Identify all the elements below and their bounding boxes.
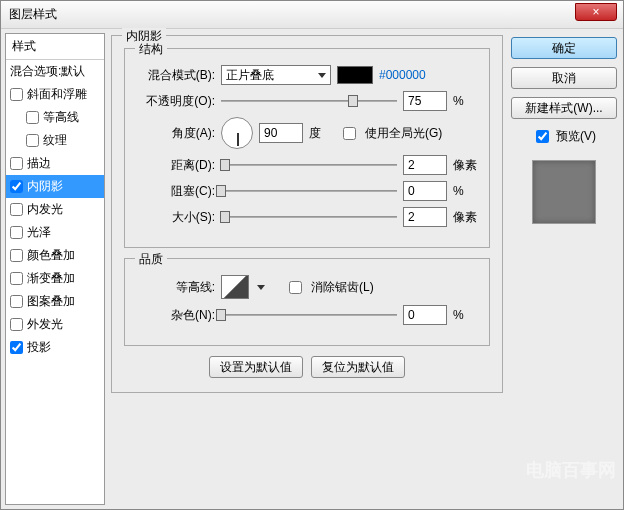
style-item[interactable]: 纹理 bbox=[6, 129, 104, 152]
style-item-label: 投影 bbox=[27, 339, 51, 356]
style-item[interactable]: 图案叠加 bbox=[6, 290, 104, 313]
style-item[interactable]: 内阴影 bbox=[6, 175, 104, 198]
chevron-down-icon bbox=[318, 73, 326, 78]
layer-style-dialog: 图层样式 × 样式 混合选项:默认 斜面和浮雕等高线纹理描边内阴影内发光光泽颜色… bbox=[0, 0, 624, 510]
titlebar: 图层样式 × bbox=[1, 1, 623, 29]
style-item-checkbox[interactable] bbox=[10, 341, 23, 354]
style-item-checkbox[interactable] bbox=[10, 295, 23, 308]
chevron-down-icon[interactable] bbox=[257, 285, 265, 290]
opacity-label: 不透明度(O): bbox=[137, 93, 215, 110]
preview-thumbnail bbox=[532, 160, 596, 224]
antialias-label: 消除锯齿(L) bbox=[311, 279, 374, 296]
style-item-label: 颜色叠加 bbox=[27, 247, 75, 264]
style-item-label: 图案叠加 bbox=[27, 293, 75, 310]
style-item-label: 光泽 bbox=[27, 224, 51, 241]
style-item-label: 内发光 bbox=[27, 201, 63, 218]
choke-label: 阻塞(C): bbox=[137, 183, 215, 200]
close-button[interactable]: × bbox=[575, 3, 617, 21]
global-light-checkbox[interactable] bbox=[343, 127, 356, 140]
style-item[interactable]: 等高线 bbox=[6, 106, 104, 129]
noise-label: 杂色(N): bbox=[137, 307, 215, 324]
style-item[interactable]: 描边 bbox=[6, 152, 104, 175]
style-list: 样式 混合选项:默认 斜面和浮雕等高线纹理描边内阴影内发光光泽颜色叠加渐变叠加图… bbox=[5, 33, 105, 505]
style-item-label: 描边 bbox=[27, 155, 51, 172]
global-light-label: 使用全局光(G) bbox=[365, 125, 442, 142]
color-swatch[interactable] bbox=[337, 66, 373, 84]
noise-input[interactable]: 0 bbox=[403, 305, 447, 325]
noise-slider[interactable] bbox=[221, 307, 397, 323]
distance-label: 距离(D): bbox=[137, 157, 215, 174]
choke-slider[interactable] bbox=[221, 183, 397, 199]
style-item-label: 纹理 bbox=[43, 132, 67, 149]
style-item-checkbox[interactable] bbox=[10, 157, 23, 170]
contour-picker[interactable] bbox=[221, 275, 249, 299]
style-item-checkbox[interactable] bbox=[26, 134, 39, 147]
distance-input[interactable]: 2 bbox=[403, 155, 447, 175]
style-item-checkbox[interactable] bbox=[26, 111, 39, 124]
style-item-checkbox[interactable] bbox=[10, 272, 23, 285]
blending-options-row[interactable]: 混合选项:默认 bbox=[6, 60, 104, 83]
style-item-label: 斜面和浮雕 bbox=[27, 86, 87, 103]
reset-default-button[interactable]: 复位为默认值 bbox=[311, 356, 405, 378]
window-title: 图层样式 bbox=[5, 6, 57, 23]
new-style-button[interactable]: 新建样式(W)... bbox=[511, 97, 617, 119]
size-slider[interactable] bbox=[221, 209, 397, 225]
ok-button[interactable]: 确定 bbox=[511, 37, 617, 59]
antialias-checkbox[interactable] bbox=[289, 281, 302, 294]
style-list-header: 样式 bbox=[6, 34, 104, 60]
contour-label: 等高线: bbox=[137, 279, 215, 296]
right-panel: 确定 取消 新建样式(W)... 预览(V) bbox=[509, 33, 619, 505]
opacity-input[interactable]: 75 bbox=[403, 91, 447, 111]
style-item-checkbox[interactable] bbox=[10, 203, 23, 216]
angle-dial[interactable] bbox=[221, 117, 253, 149]
quality-group: 品质 等高线: 消除锯齿(L) 杂色(N): 0 % bbox=[124, 258, 490, 346]
style-item[interactable]: 颜色叠加 bbox=[6, 244, 104, 267]
style-item-label: 外发光 bbox=[27, 316, 63, 333]
angle-label: 角度(A): bbox=[137, 125, 215, 142]
blend-mode-select[interactable]: 正片叠底 bbox=[221, 65, 331, 85]
style-item[interactable]: 斜面和浮雕 bbox=[6, 83, 104, 106]
size-input[interactable]: 2 bbox=[403, 207, 447, 227]
preview-checkbox[interactable] bbox=[536, 130, 549, 143]
style-item-label: 渐变叠加 bbox=[27, 270, 75, 287]
style-item-checkbox[interactable] bbox=[10, 249, 23, 262]
blend-mode-label: 混合模式(B): bbox=[137, 67, 215, 84]
color-hex: #000000 bbox=[379, 68, 426, 82]
cancel-button[interactable]: 取消 bbox=[511, 67, 617, 89]
style-item[interactable]: 渐变叠加 bbox=[6, 267, 104, 290]
style-item-checkbox[interactable] bbox=[10, 88, 23, 101]
style-item-label: 内阴影 bbox=[27, 178, 63, 195]
distance-slider[interactable] bbox=[221, 157, 397, 173]
quality-legend: 品质 bbox=[135, 251, 167, 268]
style-item-label: 等高线 bbox=[43, 109, 79, 126]
style-item[interactable]: 光泽 bbox=[6, 221, 104, 244]
structure-legend: 结构 bbox=[135, 41, 167, 58]
angle-input[interactable]: 90 bbox=[259, 123, 303, 143]
settings-panel: 内阴影 结构 混合模式(B): 正片叠底 #000000 不透明度(O): bbox=[111, 33, 503, 505]
style-item-checkbox[interactable] bbox=[10, 226, 23, 239]
inner-shadow-group: 内阴影 结构 混合模式(B): 正片叠底 #000000 不透明度(O): bbox=[111, 35, 503, 393]
structure-group: 结构 混合模式(B): 正片叠底 #000000 不透明度(O): 75 bbox=[124, 48, 490, 248]
style-item-checkbox[interactable] bbox=[10, 180, 23, 193]
style-item[interactable]: 内发光 bbox=[6, 198, 104, 221]
style-item-checkbox[interactable] bbox=[10, 318, 23, 331]
preview-label: 预览(V) bbox=[556, 128, 596, 145]
size-label: 大小(S): bbox=[137, 209, 215, 226]
style-item[interactable]: 外发光 bbox=[6, 313, 104, 336]
choke-input[interactable]: 0 bbox=[403, 181, 447, 201]
make-default-button[interactable]: 设置为默认值 bbox=[209, 356, 303, 378]
opacity-slider[interactable] bbox=[221, 93, 397, 109]
style-item[interactable]: 投影 bbox=[6, 336, 104, 359]
